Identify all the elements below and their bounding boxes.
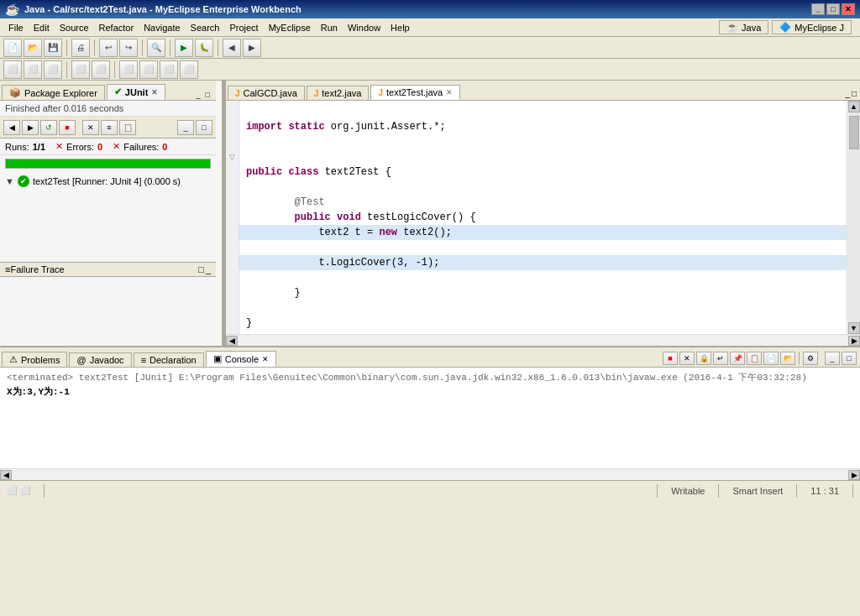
toolbar2-btn6[interactable]: ⬜ [119,60,138,79]
search-button[interactable]: 🔍 [147,39,165,57]
menu-navigate[interactable]: Navigate [139,21,185,34]
prev-button[interactable]: ◀ [223,39,241,57]
editor-max-btn[interactable]: □ [852,89,857,98]
statusbar: ⬜ ⬜ Writable Smart Insert 11 : 31 [0,480,860,500]
failures-label: Failures: [123,142,159,152]
toolbar2-btn8[interactable]: ⬜ [160,60,178,79]
console-clear-btn[interactable]: ✕ [679,352,695,365]
toolbar2-sep-2 [114,61,115,78]
run-button[interactable]: ▶ [175,39,193,57]
menu-project[interactable]: Project [224,21,263,34]
tab-declaration[interactable]: ≡ Declaration [134,352,204,367]
console-hscrollbar[interactable]: ◀ ▶ [0,468,860,480]
status-sep-4 [796,484,797,498]
console-scroll-right-btn[interactable]: ▶ [848,470,860,480]
toolbar2-btn7[interactable]: ⬜ [139,60,158,79]
tab-calgcd[interactable]: J CalGCD.java [228,86,305,100]
junit-hierarchy-btn[interactable]: ≡ [101,120,118,135]
text2test-tab-close[interactable]: ✕ [446,88,453,97]
class-expand-icon: ▽ [229,153,235,161]
junit-rerun-btn[interactable]: ↺ [40,120,57,135]
editor-panel: J CalGCD.java J text2.java J text2Test.j… [226,81,860,346]
menu-source[interactable]: Source [55,21,94,34]
minimize-button[interactable]: _ [811,3,825,15]
list-item[interactable]: ▼ ✔ text2Test [Runner: JUnit 4] (0.000 s… [2,174,214,189]
perspective-java[interactable]: ☕ Java [719,20,768,34]
tab-javadoc[interactable]: @ Javadoc [69,352,131,367]
junit-back-btn[interactable]: ◀ [3,120,20,135]
undo-button[interactable]: ↩ [99,39,118,57]
menu-file[interactable]: File [3,21,29,34]
scroll-down-btn[interactable]: ▼ [848,322,860,334]
toolbar2-btn9[interactable]: ⬜ [180,60,198,79]
menu-search[interactable]: Search [186,21,225,34]
console-word-wrap-btn[interactable]: ↵ [713,352,728,365]
scroll-up-btn[interactable]: ▲ [848,101,860,112]
console-open-file-btn[interactable]: 📂 [780,352,795,365]
tab-problems[interactable]: ⚠ Problems [2,352,67,367]
editor-min-btn[interactable]: _ [845,89,850,98]
declaration-icon: ≡ [141,355,146,365]
print-button[interactable]: 🖨 [71,39,90,57]
redo-button[interactable]: ↪ [119,39,138,57]
menu-refactor[interactable]: Refactor [94,21,139,34]
toolbar2-btn5[interactable]: ⬜ [92,60,110,79]
console-settings-btn[interactable]: ⚙ [803,352,818,365]
junit-history-btn[interactable]: 📋 [119,120,136,135]
save-button[interactable]: 💾 [44,39,62,57]
bottom-maximize[interactable]: □ [842,352,857,365]
junit-minimize[interactable]: _ [177,120,194,135]
status-icon-1: ⬜ [7,486,17,495]
scroll-thumb[interactable] [849,116,859,149]
menu-run[interactable]: Run [316,21,343,34]
bottom-minimize[interactable]: _ [825,352,840,365]
horizontal-scrollbar[interactable]: ◀ ▶ [226,334,860,346]
tab-text2test-label: text2Test.java [386,87,443,97]
console-scroll-lock-btn[interactable]: 🔒 [696,352,711,365]
junit-forward-btn[interactable]: ▶ [22,120,39,135]
menu-edit[interactable]: Edit [29,21,55,34]
open-button[interactable]: 📂 [24,39,42,57]
toolbar2-btn2[interactable]: ⬜ [24,60,42,79]
tab-junit[interactable]: ✔ JUnit ✕ [107,84,166,100]
scroll-right-btn[interactable]: ▶ [848,336,860,346]
scroll-left-btn[interactable]: ◀ [226,336,238,346]
console-terminate-btn[interactable]: ■ [663,352,678,365]
tab-text2test[interactable]: J text2Test.java ✕ [370,85,460,100]
failures-icon: ✕ [113,141,120,152]
debug-button[interactable]: 🐛 [195,39,213,57]
menu-help[interactable]: Help [385,21,415,34]
toolbar2-btn3[interactable]: ⬜ [44,60,62,79]
junit-fail-filter[interactable]: ✕ [82,120,99,135]
left-panel-maximize[interactable]: □ [203,90,212,100]
junit-maximize[interactable]: □ [196,120,212,135]
tab-console[interactable]: ▣ Console ✕ [206,351,276,367]
text2-icon: J [314,89,319,98]
toolbar2-btn4[interactable]: ⬜ [71,60,90,79]
junit-tab-close[interactable]: ✕ [151,88,158,97]
failure-trace-minimize[interactable]: _ [206,264,211,274]
code-editor[interactable]: import static org.junit.Assert.*; public… [239,101,847,334]
tab-text2[interactable]: J text2.java [307,86,370,100]
gutter-line-11 [226,255,239,270]
console-scroll-left-btn[interactable]: ◀ [0,470,12,480]
menu-window[interactable]: Window [343,21,385,34]
vertical-scrollbar[interactable]: ▲ ▼ [847,101,860,334]
console-copy-btn[interactable]: 📋 [747,352,762,365]
new-button[interactable]: 📄 [3,39,22,57]
console-paste-btn[interactable]: 📄 [763,352,779,365]
left-panel-minimize[interactable]: _ [194,90,203,100]
junit-stop-btn[interactable]: ■ [59,120,76,135]
console-pin-btn[interactable]: 📌 [730,352,745,365]
close-button[interactable]: ✕ [842,3,855,15]
toolbar2-btn1[interactable]: ⬜ [3,60,22,79]
console-tab-close[interactable]: ✕ [262,355,269,363]
runs-label: Runs: [5,142,29,152]
restore-button[interactable]: □ [826,3,840,15]
tab-package-explorer[interactable]: 📦 Package Explorer [2,85,105,100]
failure-trace-maximize[interactable]: □ [198,264,204,274]
menu-myeclipse[interactable]: MyEclipse [264,21,316,34]
next-button[interactable]: ▶ [243,39,261,57]
perspective-myeclipse[interactable]: 🔷 MyEclipse J [772,20,852,34]
titlebar-left: ☕ Java - Cal/src/text2Test.java - MyEcli… [5,3,302,16]
